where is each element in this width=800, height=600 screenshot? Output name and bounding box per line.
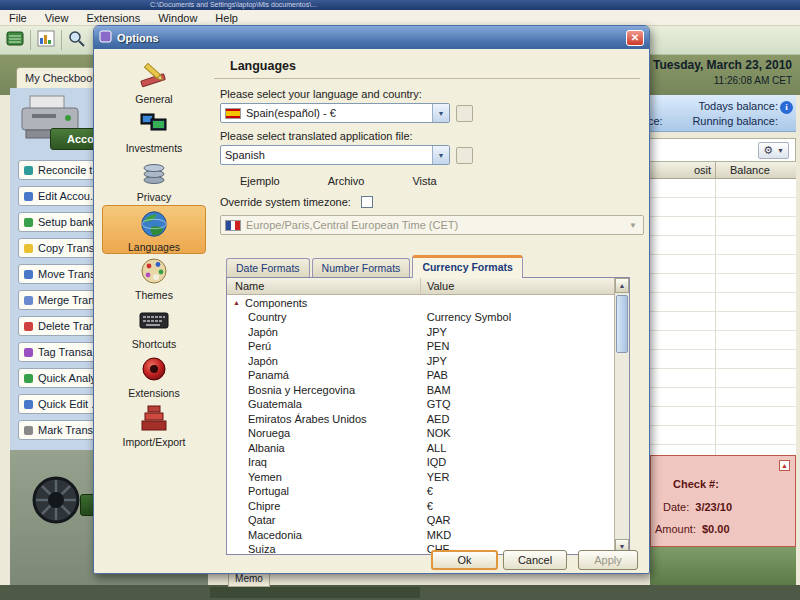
options-nav-themes[interactable]: Themes bbox=[102, 254, 206, 303]
filter-combo[interactable]: ⚙ ▼ bbox=[758, 142, 789, 159]
value-column-header[interactable]: Value bbox=[420, 278, 629, 294]
dialog-titlebar[interactable]: Options ✕ bbox=[94, 26, 649, 49]
table-row[interactable]: QatarQAR bbox=[227, 513, 614, 528]
apply-button[interactable]: Apply bbox=[578, 550, 638, 570]
group-row[interactable]: ▲ Components bbox=[227, 295, 629, 310]
row-value: Currency Symbol bbox=[420, 311, 614, 323]
format-tabs: Date Formats Number Formats Currency For… bbox=[226, 255, 640, 277]
close-icon[interactable]: ✕ bbox=[626, 30, 644, 46]
table-row[interactable]: PanamáPAB bbox=[227, 368, 614, 383]
menu-view[interactable]: View bbox=[36, 11, 78, 25]
table-row[interactable]: YemenYER bbox=[227, 470, 614, 485]
chevron-down-icon: ▼ bbox=[777, 147, 784, 154]
tab-number-formats[interactable]: Number Formats bbox=[312, 258, 411, 277]
sidebar-button-icon bbox=[24, 374, 33, 383]
row-name: Japón bbox=[227, 326, 420, 338]
check-panel: Check #: Date:3/23/10 Amount:$0.00 ▲ bbox=[650, 455, 796, 547]
options-nav-label: Extensions bbox=[128, 387, 179, 399]
deposit-column-header[interactable]: osit bbox=[694, 164, 711, 176]
scroll-up-icon[interactable]: ▲ bbox=[615, 278, 629, 293]
sidebar-button-icon bbox=[24, 166, 33, 175]
chevron-down-icon: ▼ bbox=[629, 221, 637, 230]
row-value: € bbox=[420, 500, 614, 512]
timezone-checkbox[interactable] bbox=[361, 196, 373, 208]
chevron-down-icon[interactable]: ▼ bbox=[432, 146, 449, 164]
options-nav-label: Languages bbox=[128, 241, 180, 253]
row-name: Macedonia bbox=[227, 529, 420, 541]
investments-icon bbox=[102, 109, 206, 142]
sidebar-button-label: Quick Edit ... bbox=[38, 398, 100, 410]
scroll-top-icon[interactable]: ▲ bbox=[779, 460, 790, 471]
row-value: JPY bbox=[420, 326, 614, 338]
running-balance-label: Running balance: bbox=[692, 115, 778, 127]
table-row[interactable]: AlbaniaALL bbox=[227, 441, 614, 456]
balance-label-fragment: ce: bbox=[648, 115, 663, 127]
timezone-label: Override system timezone: bbox=[220, 196, 351, 208]
menu-window[interactable]: Window bbox=[149, 11, 206, 25]
language-value: Spain(español) - € bbox=[246, 107, 432, 119]
table-row[interactable]: NoruegaNOK bbox=[227, 426, 614, 441]
tab-date-formats[interactable]: Date Formats bbox=[226, 258, 310, 277]
ledger-icon[interactable] bbox=[6, 30, 24, 50]
column-divider bbox=[715, 179, 716, 455]
cancel-button[interactable]: Cancel bbox=[503, 550, 567, 570]
search-icon[interactable] bbox=[68, 30, 86, 50]
table-row[interactable]: Portugal€ bbox=[227, 484, 614, 499]
table-row[interactable]: Bosnia y HercegovinaBAM bbox=[227, 383, 614, 398]
language-select[interactable]: Spain(español) - € ▼ bbox=[220, 103, 450, 123]
table-row[interactable]: CountryCurrency Symbol bbox=[227, 310, 614, 325]
chart-icon[interactable] bbox=[37, 30, 55, 50]
table-row[interactable]: IraqIQD bbox=[227, 455, 614, 470]
row-value: NOK bbox=[420, 427, 614, 439]
date-box: Tuesday, March 23, 2010 11:26:08 AM CET bbox=[653, 58, 792, 86]
options-nav-languages[interactable]: Languages bbox=[102, 205, 206, 254]
tab-my-checkbook[interactable]: My Checkbook bbox=[16, 67, 104, 88]
current-time: 11:26:08 AM CET bbox=[653, 75, 792, 86]
menu-help[interactable]: Help bbox=[206, 11, 247, 25]
options-nav-label: Privacy bbox=[137, 191, 171, 203]
row-value: MKD bbox=[420, 529, 614, 541]
sidebar-button-icon bbox=[24, 348, 33, 357]
sample-word: Archivo bbox=[328, 175, 365, 187]
balance-column-header[interactable]: Balance bbox=[730, 164, 770, 176]
row-name: Iraq bbox=[227, 456, 420, 468]
language-extra-button[interactable] bbox=[456, 105, 473, 122]
options-nav-general[interactable]: General bbox=[102, 58, 206, 107]
timezone-value: Europe/Paris,Central European Time (CET) bbox=[246, 219, 629, 231]
options-nav-privacy[interactable]: Privacy bbox=[102, 156, 206, 205]
row-value: GTQ bbox=[420, 398, 614, 410]
row-name: Guatemala bbox=[227, 398, 420, 410]
row-name: Bosnia y Hercegovina bbox=[227, 384, 420, 396]
window-title: C:\Documents and Settings\laptop\Mis doc… bbox=[150, 1, 317, 8]
table-scrollbar[interactable]: ▲ ▼ bbox=[614, 278, 629, 554]
chevron-down-icon[interactable]: ▼ bbox=[432, 104, 449, 122]
options-nav-investments[interactable]: Investments bbox=[102, 107, 206, 156]
timezone-select: Europe/Paris,Central European Time (CET)… bbox=[220, 215, 644, 235]
translation-extra-button[interactable] bbox=[456, 147, 473, 164]
currency-format-table: Name Value ▲ Components CountryCurrency … bbox=[226, 277, 630, 555]
table-row[interactable]: GuatemalaGTQ bbox=[227, 397, 614, 412]
spain-flag-icon bbox=[225, 108, 241, 119]
row-name: Perú bbox=[227, 340, 420, 352]
table-row[interactable]: PerúPEN bbox=[227, 339, 614, 354]
table-row[interactable]: JapónJPY bbox=[227, 325, 614, 340]
table-row[interactable]: MacedoniaMKD bbox=[227, 528, 614, 543]
table-row[interactable]: Chipre€ bbox=[227, 499, 614, 514]
tab-currency-formats[interactable]: Currency Formats bbox=[412, 255, 522, 278]
info-icon[interactable]: i bbox=[780, 101, 793, 114]
options-nav-import-export[interactable]: Import/Export bbox=[102, 401, 206, 450]
menu-bar: FileViewExtensionsWindowHelp bbox=[0, 10, 800, 26]
menu-file[interactable]: File bbox=[0, 11, 36, 25]
table-row[interactable]: Emiratos Árabes UnidosAED bbox=[227, 412, 614, 427]
options-nav-label: Themes bbox=[135, 289, 173, 301]
translation-select[interactable]: Spanish ▼ bbox=[220, 145, 450, 165]
name-column-header[interactable]: Name bbox=[227, 278, 420, 294]
sidebar-button-label: Edit Accou... bbox=[38, 190, 99, 202]
table-row[interactable]: JapónJPY bbox=[227, 354, 614, 369]
options-nav-shortcuts[interactable]: Shortcuts bbox=[102, 303, 206, 352]
menu-extensions[interactable]: Extensions bbox=[77, 11, 149, 25]
options-nav-extensions[interactable]: Extensions bbox=[102, 352, 206, 401]
scrollbar-thumb[interactable] bbox=[616, 295, 628, 353]
ok-button[interactable]: Ok bbox=[431, 550, 498, 570]
france-flag-icon bbox=[225, 220, 241, 231]
